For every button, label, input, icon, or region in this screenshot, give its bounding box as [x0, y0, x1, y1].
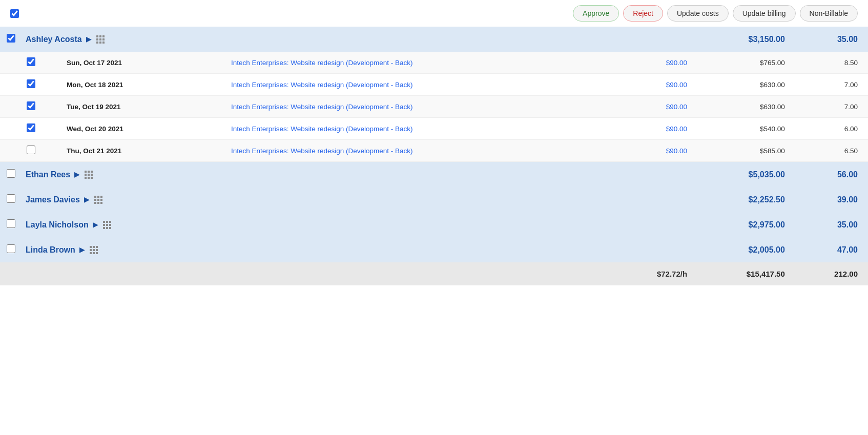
detail-cb-cell-ashley-acosta-4[interactable]: [0, 140, 20, 162]
toolbar-right: Approve Reject Update costs Update billi…: [573, 5, 858, 22]
entry-rate-ashley-acosta-1: $90.00: [611, 74, 692, 96]
approve-button[interactable]: Approve: [573, 5, 619, 22]
group-name-james-davies: James Davies: [26, 195, 80, 204]
entry-rate-ashley-acosta-2: $90.00: [611, 96, 692, 118]
update-billing-button[interactable]: Update billing: [733, 5, 796, 22]
detail-row-ashley-acosta-4: Thu, Oct 21 2021 Intech Enterprises: Web…: [0, 140, 868, 162]
group-name-cell-linda-brown: Linda Brown ▶: [20, 237, 692, 262]
detail-cb-cell-ashley-acosta-3[interactable]: [0, 118, 20, 140]
group-grid-icon-layla-nicholson[interactable]: [103, 221, 111, 229]
group-amount-james-davies: $2,252.50: [692, 187, 790, 212]
group-arrow-ethan-rees[interactable]: ▶: [74, 171, 79, 178]
group-header-ethan-rees: Ethan Rees ▶ $5,035.00 56.00: [0, 162, 868, 188]
entry-checkbox-ashley-acosta-3[interactable]: [27, 123, 35, 132]
entry-checkbox-ashley-acosta-4[interactable]: [27, 146, 35, 154]
footer-total-amount: $15,417.50: [692, 262, 790, 285]
detail-cb-inner-ashley-acosta-2[interactable]: [20, 96, 41, 118]
group-header-layla-nicholson: Layla Nicholson ▶ $2,975.00 35.00: [0, 212, 868, 237]
group-arrow-ashley-acosta[interactable]: ▶: [86, 35, 91, 43]
group-checkbox-layla-nicholson[interactable]: [7, 219, 15, 228]
group-grid-icon-ashley-acosta[interactable]: [96, 35, 105, 44]
detail-cb-cell-ashley-acosta-2[interactable]: [0, 96, 20, 118]
entry-date-ashley-acosta-4: Thu, Oct 21 2021: [41, 140, 226, 162]
update-costs-button[interactable]: Update costs: [667, 5, 729, 22]
detail-row-ashley-acosta-0: Sun, Oct 17 2021 Intech Enterprises: Web…: [0, 52, 868, 74]
detail-cb-inner-ashley-acosta-4[interactable]: [20, 140, 41, 162]
footer-total-hours: 212.00: [790, 262, 868, 285]
entry-checkbox-ashley-acosta-2[interactable]: [27, 101, 35, 110]
main-table: Ashley Acosta ▶ $3,150.00 35.00 Sun, Oct…: [0, 27, 868, 285]
group-hours-linda-brown: 47.00: [790, 237, 868, 262]
group-name-cell-james-davies: James Davies ▶: [20, 187, 692, 212]
reject-button[interactable]: Reject: [623, 5, 663, 22]
detail-row-ashley-acosta-3: Wed, Oct 20 2021 Intech Enterprises: Web…: [0, 118, 868, 140]
group-name-ashley-acosta: Ashley Acosta: [26, 35, 82, 44]
group-checkbox-ashley-acosta[interactable]: [7, 34, 15, 43]
entry-desc-ashley-acosta-1[interactable]: Intech Enterprises: Website redesign (De…: [226, 74, 611, 96]
group-amount-ashley-acosta: $3,150.00: [692, 27, 790, 52]
group-name-linda-brown: Linda Brown: [26, 245, 75, 255]
group-grid-icon-linda-brown[interactable]: [90, 246, 98, 254]
group-name-ethan-rees: Ethan Rees: [26, 170, 70, 179]
detail-cb-inner-ashley-acosta-0[interactable]: [20, 52, 41, 74]
group-hours-ashley-acosta: 35.00: [790, 27, 868, 52]
group-checkbox-ethan-rees[interactable]: [7, 169, 15, 178]
group-checkbox-cell-james-davies[interactable]: [0, 187, 20, 212]
select-all-checkbox[interactable]: [10, 9, 19, 18]
entry-hours-ashley-acosta-1: 7.00: [790, 74, 868, 96]
group-name-layla-nicholson: Layla Nicholson: [26, 220, 89, 230]
entry-amount-ashley-acosta-4: $585.00: [692, 140, 790, 162]
group-checkbox-cell-linda-brown[interactable]: [0, 237, 20, 262]
entry-desc-ashley-acosta-2[interactable]: Intech Enterprises: Website redesign (De…: [226, 96, 611, 118]
entry-desc-ashley-acosta-0[interactable]: Intech Enterprises: Website redesign (De…: [226, 52, 611, 74]
entry-checkbox-ashley-acosta-1[interactable]: [27, 79, 35, 88]
group-hours-james-davies: 39.00: [790, 187, 868, 212]
detail-cb-cell-ashley-acosta-0[interactable]: [0, 52, 20, 74]
group-checkbox-cell-ashley-acosta[interactable]: [0, 27, 20, 52]
entry-amount-ashley-acosta-3: $540.00: [692, 118, 790, 140]
entry-hours-ashley-acosta-2: 7.00: [790, 96, 868, 118]
non-billable-button[interactable]: Non-Billable: [800, 5, 858, 22]
group-arrow-layla-nicholson[interactable]: ▶: [93, 221, 98, 229]
entry-desc-ashley-acosta-3[interactable]: Intech Enterprises: Website redesign (De…: [226, 118, 611, 140]
entry-checkbox-ashley-acosta-0[interactable]: [27, 57, 35, 66]
entry-amount-ashley-acosta-2: $630.00: [692, 96, 790, 118]
group-hours-layla-nicholson: 35.00: [790, 212, 868, 237]
entry-amount-ashley-acosta-0: $765.00: [692, 52, 790, 74]
entry-rate-ashley-acosta-3: $90.00: [611, 118, 692, 140]
group-arrow-james-davies[interactable]: ▶: [84, 196, 89, 203]
entry-date-ashley-acosta-3: Wed, Oct 20 2021: [41, 118, 226, 140]
group-amount-layla-nicholson: $2,975.00: [692, 212, 790, 237]
detail-cb-cell-ashley-acosta-1[interactable]: [0, 74, 20, 96]
group-checkbox-cell-layla-nicholson[interactable]: [0, 212, 20, 237]
group-grid-icon-james-davies[interactable]: [94, 196, 102, 204]
group-amount-ethan-rees: $5,035.00: [692, 162, 790, 188]
group-header-ashley-acosta: Ashley Acosta ▶ $3,150.00 35.00: [0, 27, 868, 52]
top-toolbar: Approve Reject Update costs Update billi…: [0, 0, 868, 27]
footer-row: $72.72/h $15,417.50 212.00: [0, 262, 868, 285]
entry-hours-ashley-acosta-4: 6.50: [790, 140, 868, 162]
group-name-cell-layla-nicholson: Layla Nicholson ▶: [20, 212, 692, 237]
group-header-linda-brown: Linda Brown ▶ $2,005.00 47.00: [0, 237, 868, 262]
group-arrow-linda-brown[interactable]: ▶: [79, 246, 85, 254]
toolbar-left: [10, 9, 19, 18]
detail-row-ashley-acosta-1: Mon, Oct 18 2021 Intech Enterprises: Web…: [0, 74, 868, 96]
group-checkbox-linda-brown[interactable]: [7, 244, 15, 253]
entry-hours-ashley-acosta-3: 6.00: [790, 118, 868, 140]
group-header-james-davies: James Davies ▶ $2,252.50 39.00: [0, 187, 868, 212]
group-grid-icon-ethan-rees[interactable]: [85, 171, 93, 179]
footer-spacer: [0, 262, 611, 285]
group-checkbox-cell-ethan-rees[interactable]: [0, 162, 20, 188]
entry-amount-ashley-acosta-1: $630.00: [692, 74, 790, 96]
group-amount-linda-brown: $2,005.00: [692, 237, 790, 262]
detail-cb-inner-ashley-acosta-3[interactable]: [20, 118, 41, 140]
entry-desc-ashley-acosta-4[interactable]: Intech Enterprises: Website redesign (De…: [226, 140, 611, 162]
footer-hourly-rate: $72.72/h: [611, 262, 692, 285]
entry-rate-ashley-acosta-4: $90.00: [611, 140, 692, 162]
detail-row-ashley-acosta-2: Tue, Oct 19 2021 Intech Enterprises: Web…: [0, 96, 868, 118]
group-checkbox-james-davies[interactable]: [7, 194, 15, 203]
detail-cb-inner-ashley-acosta-1[interactable]: [20, 74, 41, 96]
entry-rate-ashley-acosta-0: $90.00: [611, 52, 692, 74]
group-name-cell-ashley-acosta: Ashley Acosta ▶: [20, 27, 692, 52]
group-name-cell-ethan-rees: Ethan Rees ▶: [20, 162, 692, 188]
